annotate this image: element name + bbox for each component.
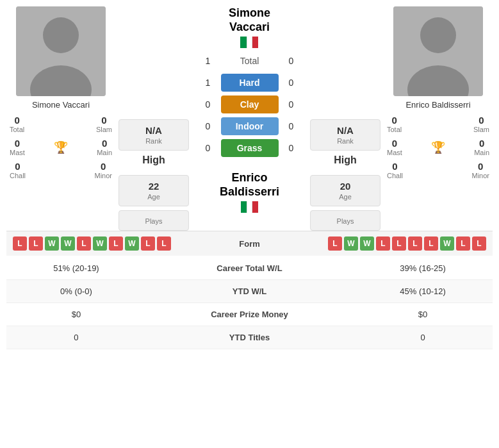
indoor-right: 0	[284, 121, 299, 131]
right-high-label: High	[334, 154, 357, 166]
left-player-name: Simone Vaccari	[32, 100, 90, 110]
left-form-6: W	[93, 236, 107, 251]
right-rank-box: N/A Rank	[310, 119, 380, 151]
right-form-2: W	[344, 236, 358, 251]
left-chall-val: 0	[10, 161, 26, 172]
left-ytd-titles: 0	[6, 326, 146, 349]
right-info-col: N/A Rank High 20 Age Plays	[307, 6, 384, 231]
left-trophy: 🏆	[54, 140, 68, 154]
right-mast-lbl: Mast	[387, 149, 402, 156]
left-player-avatar	[16, 6, 106, 96]
left-form-3: W	[45, 236, 59, 251]
right-form-1: L	[328, 236, 342, 251]
clay-right: 0	[284, 99, 299, 110]
right-plays-box: Plays	[310, 210, 380, 231]
left-player-card: Simone Vaccari 0 Total 0 Slam 0 Mast	[6, 6, 115, 179]
right-form-8: W	[440, 236, 454, 251]
surface-row-grass: 0 Grass 0	[192, 139, 307, 157]
prize-label: Career Prize Money	[146, 303, 353, 326]
left-age-box: 22 Age	[119, 175, 189, 206]
left-slam-val: 0	[96, 115, 112, 126]
ytd-titles-row: 0 YTD Titles 0	[6, 326, 493, 349]
total-label: Total	[221, 56, 279, 66]
comparison-row: Simone Vaccari 0 Total 0 Slam 0 Mast	[6, 6, 493, 231]
left-form-badges: L L W W L W L W L L	[13, 236, 171, 251]
right-plays-lbl: Plays	[318, 217, 372, 225]
left-form-7: L	[109, 236, 123, 251]
right-player-name: Enrico Baldisserri	[405, 100, 470, 110]
hard-left: 1	[200, 78, 216, 88]
right-form-5: L	[392, 236, 406, 251]
right-age-box: 20 Age	[310, 175, 380, 206]
hard-btn[interactable]: Hard	[221, 74, 279, 92]
indoor-btn[interactable]: Indoor	[221, 117, 279, 135]
left-plays-lbl: Plays	[127, 217, 181, 225]
total-row: 1 Total 0	[200, 56, 299, 66]
left-main-lbl: Main	[97, 149, 112, 156]
career-wl-row: 51% (20-19) Career Total W/L 39% (16-25)	[6, 257, 493, 280]
right-ytd-wl: 45% (10-12)	[353, 280, 493, 303]
left-high-label: High	[142, 154, 165, 166]
right-slam-val: 0	[473, 115, 489, 126]
trophy-icon-left: 🏆	[54, 140, 68, 154]
right-form-3: W	[360, 236, 374, 251]
prize-row: $0 Career Prize Money $0	[6, 303, 493, 326]
left-mast-val: 0	[10, 138, 25, 149]
right-chall-lbl: Chall	[387, 172, 403, 179]
left-total-val: 0	[10, 115, 24, 126]
total-left: 1	[200, 56, 216, 66]
right-main-lbl: Main	[474, 149, 489, 156]
right-minor-val: 0	[471, 161, 489, 172]
form-label: Form	[239, 239, 260, 249]
right-minor-lbl: Minor	[471, 172, 489, 179]
svg-point-1	[43, 17, 79, 53]
left-main-val: 0	[97, 138, 112, 149]
center-col: SimoneVaccari 1 Total 0 1 Hard 0 0	[192, 6, 307, 213]
clay-left: 0	[200, 99, 216, 110]
total-right: 0	[284, 56, 299, 66]
right-total-lbl: Total	[387, 126, 402, 133]
right-trophy: 🏆	[431, 140, 445, 154]
stats-table: 51% (20-19) Career Total W/L 39% (16-25)…	[6, 257, 493, 349]
grass-btn[interactable]: Grass	[221, 139, 279, 157]
right-form-9: L	[456, 236, 470, 251]
left-age-lbl: Age	[127, 193, 181, 201]
right-player-avatar	[393, 6, 483, 96]
right-form-6: L	[408, 236, 422, 251]
right-form-badges: L W W L L L L W L L	[328, 236, 486, 251]
clay-btn[interactable]: Clay	[221, 95, 279, 113]
right-prize: $0	[353, 303, 493, 326]
right-mast-val: 0	[387, 138, 402, 149]
left-age-val: 22	[127, 181, 181, 192]
left-form-8: W	[125, 236, 139, 251]
surface-row-hard: 1 Hard 0	[192, 74, 307, 92]
grass-right: 0	[284, 143, 299, 153]
right-slam-lbl: Slam	[473, 126, 489, 133]
surface-row-indoor: 0 Indoor 0	[192, 117, 307, 135]
left-info-col: N/A Rank High 22 Age Plays	[115, 6, 192, 231]
left-rank-val: N/A	[127, 125, 181, 136]
left-form-10: L	[157, 236, 171, 251]
right-main-val: 0	[474, 138, 489, 149]
right-career-wl: 39% (16-25)	[353, 257, 493, 280]
right-name-center: EnricoBaldisserri	[220, 171, 279, 199]
left-chall-lbl: Chall	[10, 172, 26, 179]
left-name-center: SimoneVaccari	[229, 6, 270, 34]
ytd-wl-label: YTD W/L	[146, 280, 353, 303]
ytd-titles-label: YTD Titles	[146, 326, 353, 349]
career-wl-label: Career Total W/L	[146, 257, 353, 280]
right-age-val: 20	[318, 181, 372, 192]
right-rank-val: N/A	[318, 125, 372, 136]
left-form-4: W	[61, 236, 75, 251]
right-total-val: 0	[387, 115, 402, 126]
surface-rows: 1 Hard 0 0 Clay 0 0 Indoor 0 0 Grass	[192, 74, 307, 161]
left-minor-lbl: Minor	[94, 172, 112, 179]
right-form-7: L	[424, 236, 438, 251]
right-player-stats: 0 Total 0 Slam 0 Mast 🏆	[384, 115, 493, 179]
left-minor-val: 0	[94, 161, 112, 172]
left-form-5: L	[77, 236, 91, 251]
indoor-left: 0	[200, 121, 216, 131]
left-player-stats: 0 Total 0 Slam 0 Mast 🏆	[6, 115, 115, 179]
left-form-1: L	[13, 236, 27, 251]
right-form-4: L	[376, 236, 390, 251]
